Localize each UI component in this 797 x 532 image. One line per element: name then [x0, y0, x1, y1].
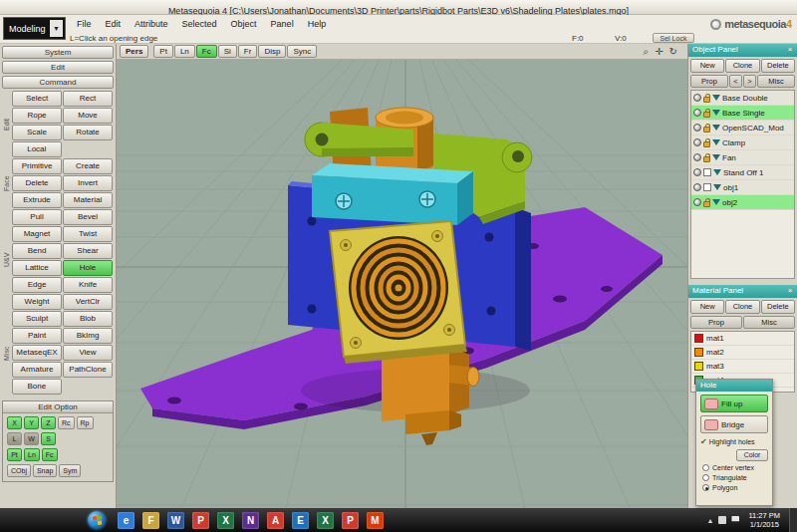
- object-row-openscad-mod[interactable]: OpenSCAD_Mod: [691, 121, 794, 135]
- expand-triangle-icon[interactable]: [712, 154, 720, 160]
- object-row-base-single[interactable]: Base Single: [691, 106, 794, 121]
- viewport-toggle-si[interactable]: Si: [218, 45, 237, 58]
- expand-triangle-icon[interactable]: [712, 110, 720, 116]
- menu-object[interactable]: Object: [224, 15, 264, 33]
- command-armature[interactable]: Armature: [12, 362, 62, 378]
- edit-option-x[interactable]: X: [7, 416, 22, 429]
- command-blob[interactable]: Blob: [63, 311, 113, 327]
- show-desktop-button[interactable]: [789, 508, 797, 532]
- sidebar-section-command[interactable]: Command: [2, 76, 114, 89]
- object-row-obj2[interactable]: obj2: [691, 195, 794, 210]
- edit-option-sym[interactable]: Sym: [59, 464, 81, 477]
- lock-icon[interactable]: [703, 112, 710, 118]
- object-row-fan[interactable]: Fan: [691, 150, 794, 165]
- edit-option-rp[interactable]: Rp: [77, 416, 94, 429]
- command-rotate[interactable]: Rotate: [63, 125, 113, 140]
- edit-option-snap[interactable]: Snap: [33, 464, 57, 477]
- command-weight[interactable]: Weight: [12, 294, 62, 310]
- lock-icon[interactable]: [703, 141, 710, 147]
- edit-option-fc[interactable]: Fc: [42, 448, 58, 461]
- material-panel-titlebar[interactable]: Material Panel ×: [688, 285, 797, 298]
- expand-triangle-icon[interactable]: [713, 184, 721, 190]
- model-extruder-block[interactable]: [382, 346, 479, 445]
- command-edge[interactable]: Edge: [12, 277, 62, 293]
- edit-option-s[interactable]: S: [41, 432, 56, 445]
- object-panel-tab-prop[interactable]: Prop: [690, 75, 728, 88]
- bridge-button[interactable]: Bridge: [700, 415, 768, 433]
- expand-triangle-icon[interactable]: [712, 199, 720, 205]
- tray-network-icon[interactable]: [718, 516, 726, 524]
- command-magnet[interactable]: Magnet: [12, 226, 62, 242]
- object-panel-delete-button[interactable]: Delete: [761, 59, 795, 73]
- command-bend[interactable]: Bend: [12, 243, 62, 259]
- object-row-clamp[interactable]: Clamp: [691, 135, 794, 150]
- edit-option-z[interactable]: Z: [41, 416, 56, 429]
- command-bevel[interactable]: Bevel: [63, 209, 113, 225]
- material-panel-clone-button[interactable]: Clone: [725, 300, 759, 314]
- taskbar-word[interactable]: W: [167, 512, 184, 529]
- tray-action-center-icon[interactable]: [731, 516, 739, 524]
- visibility-eye-icon[interactable]: [693, 153, 701, 161]
- command-metaseqex[interactable]: MetaseqEX: [12, 345, 62, 361]
- object-panel-new-button[interactable]: New: [690, 59, 724, 73]
- menu-edit[interactable]: Edit: [99, 15, 129, 33]
- pan-icon[interactable]: ✛: [655, 46, 663, 58]
- command-bone[interactable]: Bone: [12, 379, 62, 395]
- object-panel-titlebar[interactable]: Object Panel ×: [688, 44, 797, 57]
- expand-triangle-icon[interactable]: [712, 95, 720, 101]
- taskbar-excel-2[interactable]: X: [317, 512, 334, 529]
- viewport-toggle-disp[interactable]: Disp: [258, 45, 286, 58]
- taskbar-app-orange[interactable]: M: [367, 512, 384, 529]
- edit-option-ln[interactable]: Ln: [24, 448, 40, 461]
- close-icon[interactable]: ×: [785, 286, 795, 296]
- material-panel-tab-misc[interactable]: Misc: [743, 316, 795, 329]
- material-row-mat1[interactable]: mat1: [691, 332, 794, 346]
- menu-selected[interactable]: Selected: [175, 15, 224, 33]
- command-twist[interactable]: Twist: [63, 226, 113, 242]
- edit-option-rc[interactable]: Rc: [58, 416, 75, 429]
- expand-triangle-icon[interactable]: [712, 125, 720, 131]
- hole-dialog-title[interactable]: Hole: [696, 380, 772, 392]
- command-delete[interactable]: Delete: [12, 175, 62, 191]
- color-button[interactable]: Color: [736, 449, 768, 461]
- command-hole[interactable]: Hole: [63, 260, 113, 276]
- viewport-toggle-fr[interactable]: Fr: [238, 45, 258, 58]
- tray-expand-icon[interactable]: ▲: [707, 517, 714, 524]
- command-pathclone[interactable]: PathClone: [63, 362, 113, 378]
- object-panel-tab-next[interactable]: >: [743, 75, 756, 88]
- object-row-obj1[interactable]: obj1: [691, 180, 794, 195]
- clock[interactable]: 11:27 PM 1/1/2015: [748, 511, 780, 530]
- command-local[interactable]: Local: [12, 141, 62, 157]
- menu-help[interactable]: Help: [301, 15, 334, 33]
- command-vertclr[interactable]: VertClr: [63, 294, 113, 310]
- command-lattice[interactable]: Lattice: [12, 260, 62, 276]
- expand-triangle-icon[interactable]: [712, 139, 720, 145]
- edit-option-l[interactable]: L: [7, 432, 22, 445]
- visibility-eye-icon[interactable]: [693, 94, 701, 102]
- material-row-mat3[interactable]: mat3: [691, 360, 794, 374]
- edit-option-pt[interactable]: Pt: [7, 448, 22, 461]
- visibility-eye-icon[interactable]: [693, 183, 701, 191]
- taskbar-pdf[interactable]: P: [192, 512, 209, 529]
- hole-option-polygon[interactable]: Polygon: [702, 484, 766, 491]
- command-material[interactable]: Material: [63, 192, 113, 208]
- material-panel-delete-button[interactable]: Delete: [761, 300, 795, 314]
- taskbar-folder[interactable]: F: [142, 512, 159, 529]
- command-create[interactable]: Create: [63, 158, 113, 174]
- taskbar-pdf-2[interactable]: P: [342, 512, 359, 529]
- edit-option-w[interactable]: W: [24, 432, 39, 445]
- visibility-eye-icon[interactable]: [693, 168, 701, 176]
- command-view[interactable]: View: [63, 345, 113, 361]
- object-row-stand-off-1[interactable]: Stand Off 1: [691, 165, 794, 180]
- taskbar-acrobat[interactable]: A: [267, 512, 284, 529]
- edit-option-y[interactable]: Y: [24, 416, 39, 429]
- taskbar-app-blue[interactable]: E: [292, 512, 309, 529]
- object-panel-tab-misc[interactable]: Misc: [757, 75, 795, 88]
- command-extrude[interactable]: Extrude: [12, 192, 62, 208]
- viewport-toggle-pt[interactable]: Pt: [153, 45, 173, 58]
- view-mode-button[interactable]: Pers: [120, 45, 148, 58]
- zoom-icon[interactable]: ⌕: [644, 46, 650, 58]
- viewport-toggle-sync[interactable]: Sync: [287, 45, 317, 58]
- start-button[interactable]: [88, 511, 106, 529]
- viewport-toggle-fc[interactable]: Fc: [196, 45, 217, 58]
